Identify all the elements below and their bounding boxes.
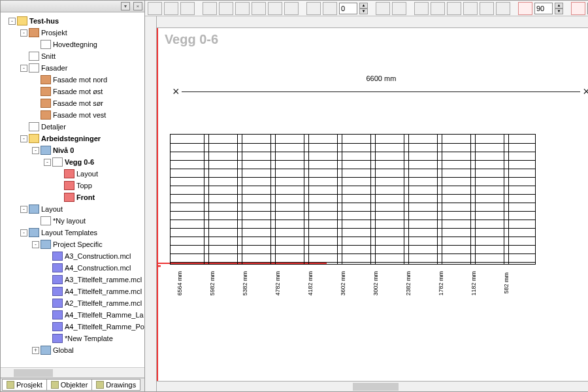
tool-button[interactable]: [414, 2, 429, 15]
tool-button[interactable]: [392, 2, 406, 15]
tool-button[interactable]: [306, 2, 321, 15]
tree-item[interactable]: -Layout Templates: [1, 227, 144, 238]
spinner[interactable]: ▲▼: [555, 3, 563, 14]
tool-button[interactable]: [148, 2, 162, 15]
tree-item[interactable]: A3_Tittelfelt_ramme.mcl: [1, 274, 144, 286]
tab-icon: [51, 381, 59, 389]
tree-item-label: Layout Templates: [41, 229, 97, 237]
value-input-2[interactable]: [534, 3, 553, 14]
tool-button[interactable]: [268, 2, 282, 15]
tree-item[interactable]: *Ny layout: [1, 215, 144, 227]
tree-item[interactable]: A3_Construction.mcl: [1, 250, 144, 262]
tree-item-label: Detaljer: [41, 123, 66, 131]
dim-end-icon: ×: [583, 85, 588, 99]
tree-item[interactable]: A4_Tittelfelt_Ramme_La: [1, 309, 144, 321]
expand-icon[interactable]: -: [8, 18, 16, 25]
tree-item-label: A4_Construction.mcl: [65, 264, 131, 272]
tree-item-label: Global: [53, 346, 74, 354]
tmpl-icon: [52, 334, 63, 343]
tree-item[interactable]: A4_Tittelfelt_Ramme_Po: [1, 321, 144, 333]
tab-label: Drawings: [106, 381, 136, 389]
tool-button[interactable]: [284, 2, 299, 15]
tool-button[interactable]: [447, 2, 461, 15]
tool-button[interactable]: [496, 2, 510, 15]
tree-item[interactable]: Fasade mot vest: [1, 109, 144, 121]
sidebar-tab[interactable]: Prosjekt: [2, 379, 47, 391]
tree-item[interactable]: A4_Construction.mcl: [1, 262, 144, 274]
sidebar-tab[interactable]: Drawings: [91, 379, 140, 391]
tree-item-label: A3_Tittelfelt_ramme.mcl: [65, 276, 142, 284]
tool-button[interactable]: [463, 2, 478, 15]
tool-button[interactable]: [480, 2, 494, 15]
dimension-label: 1182 mm: [470, 271, 477, 296]
sidebar-tab[interactable]: Objekter: [46, 379, 93, 391]
tree-item-label: Layout: [76, 170, 98, 178]
tree-item[interactable]: Fasade mot øst: [1, 86, 144, 97]
sidebar: ▾ × -Test-hus-ProsjektHovedtegningSnitt-…: [1, 1, 145, 391]
tree-item[interactable]: -Project Specific: [1, 238, 144, 250]
tree-item-label: Fasade mot vest: [53, 111, 106, 119]
tree-item[interactable]: A2_Tittelfelt_ramme.mcl: [1, 297, 144, 309]
tree-item[interactable]: Topp: [1, 180, 144, 191]
dimension-label: 4182 mm: [307, 271, 314, 296]
tree-item-label: A2_Tittelfelt_ramme.mcl: [65, 299, 142, 307]
expand-icon[interactable]: -: [20, 229, 27, 237]
expand-icon[interactable]: -: [44, 159, 51, 166]
tool-button[interactable]: [219, 2, 233, 15]
sidebar-hscroll[interactable]: [1, 367, 144, 378]
expand-icon[interactable]: -: [32, 147, 39, 154]
tree-item[interactable]: *New Template: [1, 333, 144, 344]
house-icon: [41, 87, 51, 96]
expand-icon[interactable]: -: [20, 29, 27, 37]
dimension-top-label: 6600 mm: [366, 74, 396, 82]
tree-item[interactable]: +Global: [1, 344, 144, 356]
main-area: ▲▼ ▲▼ ▲▼: [145, 1, 588, 391]
doc-icon: [41, 216, 51, 225]
tool-button[interactable]: [518, 2, 532, 15]
expand-icon[interactable]: -: [20, 206, 27, 213]
tool-button[interactable]: [235, 2, 250, 15]
tree-item[interactable]: -Layout: [1, 203, 144, 215]
tool-button[interactable]: [323, 2, 337, 15]
tool-button[interactable]: [376, 2, 390, 15]
tree-item[interactable]: Fasade mot sør: [1, 97, 144, 109]
expand-icon[interactable]: -: [20, 65, 27, 72]
tree-item[interactable]: Hovedtegning: [1, 39, 144, 50]
tree-item[interactable]: -Nivå 0: [1, 144, 144, 156]
tree-item[interactable]: Fasade mot nord: [1, 74, 144, 86]
tree-item-label: A3_Construction.mcl: [65, 252, 131, 260]
wall-drawing: [170, 134, 536, 265]
expand-icon[interactable]: -: [20, 135, 27, 142]
layer-icon: [41, 240, 51, 249]
value-input-1[interactable]: [339, 3, 357, 14]
close-icon[interactable]: ×: [133, 2, 142, 10]
spinner[interactable]: ▲▼: [359, 3, 368, 14]
tree-item[interactable]: Front: [1, 191, 144, 203]
tree-item[interactable]: -Vegg 0-6: [1, 156, 144, 168]
drawing-title: Vegg 0-6: [165, 32, 218, 47]
tree-item-label: Fasade mot øst: [53, 88, 103, 95]
tree-item[interactable]: Detaljer: [1, 121, 144, 133]
drawing-canvas[interactable]: + Vegg 0-6 × × 6600 mm × × 2400 mm 6564 …: [157, 16, 588, 391]
tree-item[interactable]: Layout: [1, 168, 144, 180]
tree-item[interactable]: -Arbeidstegninger: [1, 133, 144, 144]
expand-icon[interactable]: -: [32, 241, 39, 248]
tool-button[interactable]: [571, 2, 585, 15]
tool-button[interactable]: [203, 2, 217, 15]
dimension-label: 5382 mm: [242, 271, 248, 296]
expand-icon[interactable]: +: [32, 347, 39, 354]
tree-item[interactable]: -Fasader: [1, 62, 144, 74]
tree-item[interactable]: -Prosjekt: [1, 27, 144, 39]
tool-button[interactable]: [180, 2, 195, 15]
dropdown-icon[interactable]: ▾: [121, 2, 130, 10]
tree-item[interactable]: A4_Tittelfelt_ramme.mcl: [1, 286, 144, 297]
tool-button[interactable]: [164, 2, 178, 15]
tree-item[interactable]: Snitt: [1, 50, 144, 62]
canvas-hscroll[interactable]: [157, 381, 588, 391]
tool-button[interactable]: [431, 2, 445, 15]
project-tree[interactable]: -Test-hus-ProsjektHovedtegningSnitt-Fasa…: [1, 12, 144, 367]
cube-icon: [64, 169, 74, 178]
tool-button[interactable]: [252, 2, 266, 15]
tree-item[interactable]: -Test-hus: [1, 15, 144, 27]
tmpl-icon: [52, 322, 63, 331]
